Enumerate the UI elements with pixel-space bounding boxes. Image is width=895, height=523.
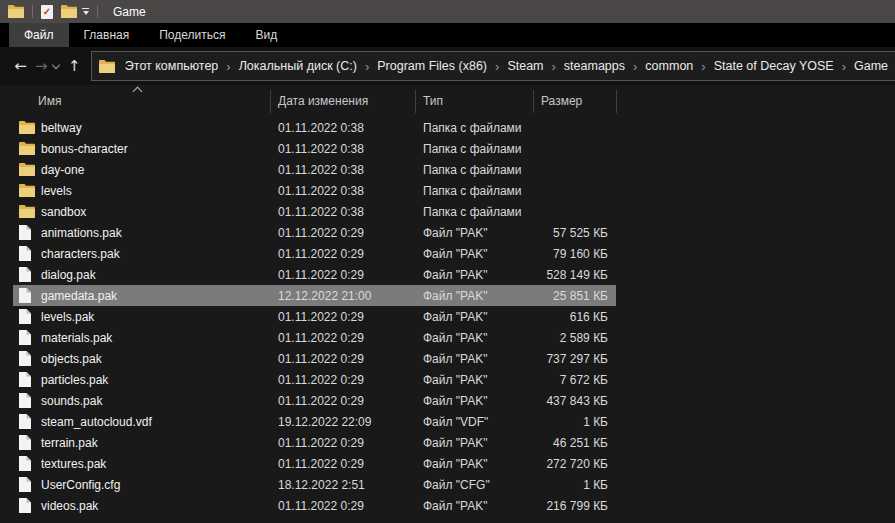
file-row[interactable]: materials.pak01.11.2022 0:29Файл "PAK"2 … (13, 327, 616, 348)
file-row[interactable]: steam_autocloud.vdf19.12.2022 22:09Файл … (13, 411, 616, 432)
type-cell: Файл "PAK" (415, 331, 533, 345)
type-cell: Файл "PAK" (415, 373, 533, 387)
file-row[interactable]: videos.pak01.11.2022 0:29Файл "PAK"216 7… (13, 495, 616, 516)
file-icon (19, 435, 36, 450)
file-name: UserConfig.cfg (41, 478, 120, 492)
file-name: gamedata.pak (41, 289, 117, 303)
file-row[interactable]: sounds.pak01.11.2022 0:29Файл "PAK"437 8… (13, 390, 616, 411)
column-header-size[interactable]: Размер (541, 94, 582, 108)
column-header-type[interactable]: Тип (423, 94, 443, 108)
file-row[interactable]: animations.pak01.11.2022 0:29Файл "PAK"5… (13, 222, 616, 243)
toolbar-separator (32, 5, 33, 18)
size-cell: 1 КБ (533, 478, 616, 492)
breadcrumb-item[interactable]: Локальный диск (C:) (232, 59, 364, 73)
file-name: videos.pak (41, 499, 98, 513)
date-modified-cell: 01.11.2022 0:29 (270, 457, 415, 471)
up-button[interactable]: ↑ (68, 59, 81, 74)
file-row[interactable]: particles.pak01.11.2022 0:29Файл "PAK"7 … (13, 369, 616, 390)
date-modified-cell: 01.11.2022 0:29 (270, 436, 415, 450)
date-modified-cell: 01.11.2022 0:38 (270, 184, 415, 198)
type-cell: Файл "PAK" (415, 352, 533, 366)
file-icon (19, 393, 36, 408)
file-name: levels (41, 184, 72, 198)
toolbar-separator (97, 5, 98, 18)
type-cell: Файл "PAK" (415, 226, 533, 240)
date-modified-cell: 01.11.2022 0:29 (270, 310, 415, 324)
file-name: steam_autocloud.vdf (41, 415, 152, 429)
type-cell: Папка с файлами (415, 184, 533, 198)
date-modified-cell: 01.11.2022 0:29 (270, 352, 415, 366)
app-folder-icon[interactable] (8, 5, 24, 18)
file-list[interactable]: beltway01.11.2022 0:38Папка с файламиbon… (0, 117, 895, 516)
name-cell: steam_autocloud.vdf (13, 414, 270, 429)
new-folder-icon[interactable] (61, 5, 77, 18)
name-cell: particles.pak (13, 372, 270, 387)
file-row[interactable]: levels01.11.2022 0:38Папка с файлами (13, 180, 616, 201)
breadcrumb-item[interactable]: common (638, 59, 700, 73)
tab-share[interactable]: Поделиться (144, 23, 240, 47)
type-cell: Файл "PAK" (415, 436, 533, 450)
name-cell: videos.pak (13, 498, 270, 513)
breadcrumb-item[interactable]: Program Files (x86) (370, 59, 494, 73)
file-row[interactable]: dialog.pak01.11.2022 0:29Файл "PAK"528 1… (13, 264, 616, 285)
tab-view[interactable]: Вид (240, 23, 292, 47)
size-cell: 216 799 КБ (533, 499, 616, 513)
file-name: animations.pak (41, 226, 122, 240)
file-icon (19, 246, 36, 261)
type-cell: Папка с файлами (415, 163, 533, 177)
breadcrumb-item[interactable]: steamapps (557, 59, 632, 73)
file-row-selected[interactable]: gamedata.pak12.12.2022 21:00Файл "PAK"25… (13, 285, 616, 306)
file-name: textures.pak (41, 457, 106, 471)
breadcrumb-item[interactable]: Этот компьютер (118, 59, 225, 73)
file-row[interactable]: sandbox01.11.2022 0:38Папка с файлами (13, 201, 616, 222)
file-row[interactable]: beltway01.11.2022 0:38Папка с файлами (13, 117, 616, 138)
folder-icon (19, 142, 36, 155)
address-bar[interactable]: Этот компьютер›Локальный диск (C:)›Progr… (91, 51, 895, 81)
file-icon (19, 477, 36, 492)
file-name: terrain.pak (41, 436, 98, 450)
file-row[interactable]: terrain.pak01.11.2022 0:29Файл "PAK"46 2… (13, 432, 616, 453)
properties-check-icon[interactable]: ✓ (41, 5, 53, 19)
size-cell: 79 160 КБ (533, 247, 616, 261)
forward-button[interactable]: → (35, 59, 48, 74)
folder-icon (19, 205, 36, 218)
file-row[interactable]: day-one01.11.2022 0:38Папка с файлами (13, 159, 616, 180)
breadcrumb-item[interactable]: Steam (500, 59, 550, 73)
breadcrumb-item[interactable]: Game (847, 59, 895, 73)
name-cell: day-one (13, 163, 270, 177)
name-cell: objects.pak (13, 351, 270, 366)
file-icon (19, 351, 36, 366)
column-resize-handle[interactable] (616, 90, 617, 113)
file-row[interactable]: characters.pak01.11.2022 0:29Файл "PAK"7… (13, 243, 616, 264)
type-cell: Файл "PAK" (415, 394, 533, 408)
file-row[interactable]: UserConfig.cfg18.12.2022 2:51Файл "CFG"1… (13, 474, 616, 495)
ribbon-tabs: Файл Главная Поделиться Вид (0, 23, 895, 47)
file-row[interactable]: levels.pak01.11.2022 0:29Файл "PAK"616 К… (13, 306, 616, 327)
file-name: beltway (41, 121, 82, 135)
tab-file[interactable]: Файл (9, 23, 69, 47)
back-button[interactable]: ← (14, 59, 27, 74)
file-row[interactable]: objects.pak01.11.2022 0:29Файл "PAK"737 … (13, 348, 616, 369)
customize-quick-access-dropdown-icon[interactable] (82, 8, 89, 15)
date-modified-cell: 01.11.2022 0:29 (270, 226, 415, 240)
type-cell: Файл "PAK" (415, 247, 533, 261)
column-header-date[interactable]: Дата изменения (278, 94, 368, 108)
file-row[interactable]: textures.pak01.11.2022 0:29Файл "PAK"272… (13, 453, 616, 474)
type-cell: Файл "PAK" (415, 457, 533, 471)
recent-locations-chevron-icon[interactable] (52, 64, 60, 68)
column-header-name[interactable]: Имя (38, 94, 61, 108)
folder-icon (19, 163, 36, 176)
file-row[interactable]: bonus-character01.11.2022 0:38Папка с фа… (13, 138, 616, 159)
column-resize-handle[interactable] (415, 90, 416, 113)
breadcrumb-item[interactable]: State of Decay YOSE (707, 59, 841, 73)
size-cell: 437 843 КБ (533, 394, 616, 408)
size-cell: 46 251 КБ (533, 436, 616, 450)
name-cell: UserConfig.cfg (13, 477, 270, 492)
explorer-window: { "window": { "title": "Game" }, "qat": … (0, 0, 895, 523)
column-resize-handle[interactable] (533, 90, 534, 113)
column-resize-handle[interactable] (270, 90, 271, 113)
name-cell: gamedata.pak (13, 288, 270, 303)
size-cell: 57 525 КБ (533, 226, 616, 240)
file-icon (19, 309, 36, 324)
tab-home[interactable]: Главная (69, 23, 145, 47)
